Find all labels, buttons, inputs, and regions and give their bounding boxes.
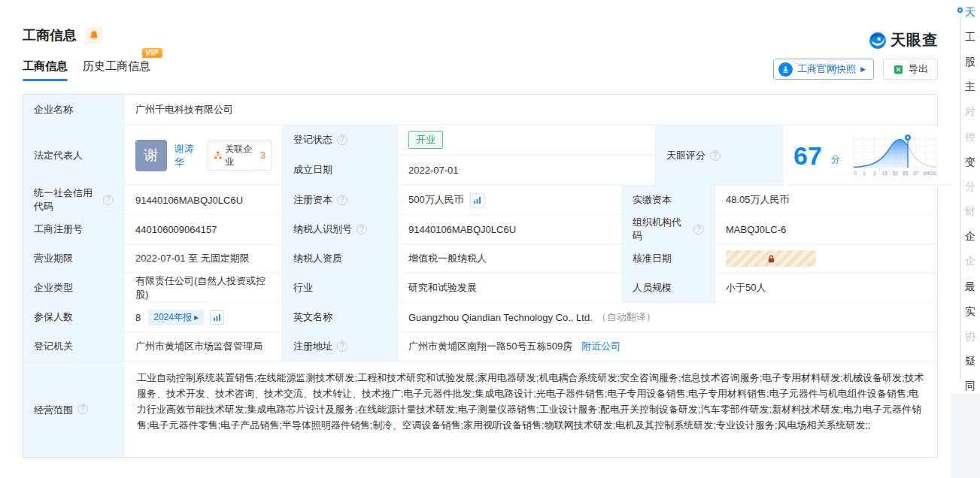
tianyancha-eye-icon <box>869 32 887 50</box>
taxpayer-no-label: 纳税人识别号 <box>283 215 398 244</box>
address-label: 注册地址 <box>283 332 398 362</box>
scope-label: 经营范围 <box>23 362 125 457</box>
nav-item[interactable]: 企 <box>951 250 980 274</box>
org-structure-icon <box>214 150 223 160</box>
reg-no-label: 工商注册号 <box>23 215 125 244</box>
business-info-panel: 工商信息 天眼查 工商信息 历史工商信息 VIP <box>23 0 938 458</box>
lock-icon <box>766 254 776 264</box>
export-button[interactable]: 导出 <box>883 59 938 80</box>
nav-item[interactable]: 变 <box>951 150 980 174</box>
table-row: 经营范围 工业自动控制系统装置销售;在线能源监测技术研发;工程和技术研究和试验发… <box>23 362 937 457</box>
staff-size-label: 人员规模 <box>622 274 715 303</box>
paid-capital-label: 实缴资本 <box>622 186 715 215</box>
nav-item[interactable]: 分 <box>951 174 980 199</box>
tab-business-info[interactable]: 工商信息 <box>23 57 68 74</box>
approval-date-cell <box>715 244 937 274</box>
arrow-right-icon: ▶ <box>860 65 866 73</box>
help-icon[interactable] <box>693 224 704 234</box>
svg-text:50: 50 <box>892 171 898 176</box>
taxpayer-quality-value: 增值税一般纳税人 <box>398 244 622 274</box>
nav-item[interactable]: 对 <box>951 100 980 125</box>
anchor-nav: 天 工 股 主 对 控 变 分 财 企 企 最 实 协 疑 同 <box>951 0 980 478</box>
table-row: 登记机关 广州市黄埔区市场监督管理局 注册地址 广州市黄埔区南翔一路50号五栋5… <box>23 332 937 362</box>
tianyancha-logo[interactable]: 天眼查 <box>869 30 938 50</box>
svg-text:1: 1 <box>863 171 866 176</box>
table-row: 参保人数 8 2024年报 ▶ 英文名称 Guangzhou Qiandian <box>23 303 937 332</box>
nav-item[interactable]: 主 <box>951 75 980 100</box>
insured-trend-button[interactable] <box>210 310 224 325</box>
capital-trend-button[interactable] <box>470 193 484 207</box>
approval-date-label: 核准日期 <box>622 244 715 274</box>
locked-value-button[interactable] <box>726 250 816 267</box>
table-row: 营业期限 2022-07-01 至 无固定期限 纳税人资质 增值税一般纳税人 核… <box>23 244 937 274</box>
nav-item[interactable]: 协 <box>951 324 980 349</box>
company-name-value: 广州千电科技有限公司 <box>125 95 937 126</box>
trend-chart-icon <box>213 313 221 322</box>
page-title: 工商信息 <box>23 26 77 44</box>
score-value: 67 <box>793 143 822 168</box>
help-icon[interactable] <box>337 341 347 352</box>
help-icon[interactable] <box>337 195 347 205</box>
credit-code-label: 统一社会信用代码 <box>23 186 125 215</box>
help-icon[interactable] <box>77 404 88 414</box>
score-unit: 分 <box>831 153 840 166</box>
annual-report-chip[interactable]: 2024年报 ▶ <box>148 310 204 325</box>
legal-rep-link[interactable]: 谢涛华 <box>174 142 202 169</box>
authority-label: 登记机关 <box>23 332 125 362</box>
svg-text:15: 15 <box>881 171 887 176</box>
nav-item[interactable]: 控 <box>951 125 980 150</box>
scope-value: 工业自动控制系统装置销售;在线能源监测技术研发;工程和技术研究和试验发展;家用电… <box>125 362 937 457</box>
nav-item[interactable]: 财 <box>951 200 980 225</box>
address-cell: 广州市黄埔区南翔一路50号五栋509房 附近公司 <box>398 332 937 362</box>
authority-value: 广州市黄埔区市场监督管理局 <box>125 332 283 362</box>
auto-translate-note: （自动翻译） <box>597 310 656 324</box>
active-dot-icon <box>957 8 963 13</box>
nav-item[interactable]: 疑 <box>951 349 980 374</box>
legal-rep-avatar[interactable]: 谢 <box>135 140 167 171</box>
table-row: 统一社会信用代码 91440106MABQJ0LC6U 注册资本 500万人民币… <box>23 186 937 215</box>
staff-size-value: 小于50人 <box>715 274 937 303</box>
org-code-value: MABQJ0LC-6 <box>715 215 937 244</box>
establish-date-label: 成立日期 <box>283 156 398 186</box>
nav-item-risk[interactable]: 天 <box>951 0 980 25</box>
monitor-bell-button[interactable] <box>86 27 102 44</box>
taxpayer-no-value: 91440106MABQJ0LC6U <box>398 215 622 244</box>
nav-item[interactable]: 企 <box>951 225 980 250</box>
industry-label: 行业 <box>283 274 398 303</box>
nav-item[interactable]: 同 <box>951 374 980 399</box>
nearby-companies-link[interactable]: 附近公司 <box>581 340 620 353</box>
reg-status-cell: 开业 <box>398 126 655 156</box>
reg-capital-label: 注册资本 <box>283 186 398 215</box>
legal-rep-label: 法定代表人 <box>23 126 125 186</box>
bell-icon <box>89 30 99 41</box>
score-cell: 67 分 <box>783 126 951 186</box>
score-distribution-chart: 0 1 3 15 50 85 97 99 100 <box>852 133 941 178</box>
trend-chart-icon <box>473 196 481 204</box>
nav-item[interactable]: 股 <box>951 50 980 74</box>
svg-text:3: 3 <box>873 171 876 176</box>
status-badge: 开业 <box>408 131 443 149</box>
company-type-value: 有限责任公司(自然人投资或控股) <box>125 274 283 303</box>
nav-item[interactable]: 工 <box>951 25 980 50</box>
term-value: 2022-07-01 至 无固定期限 <box>125 244 283 274</box>
related-companies-badge[interactable]: 关联企业 3 <box>208 141 272 171</box>
help-icon[interactable] <box>357 224 367 234</box>
svg-text:100: 100 <box>928 171 936 176</box>
nav-item[interactable]: 实 <box>951 299 980 324</box>
term-label: 营业期限 <box>23 244 125 274</box>
help-icon[interactable] <box>710 150 721 161</box>
taxpayer-quality-label: 纳税人资质 <box>283 244 398 274</box>
reg-status-label: 登记状态 <box>283 126 398 156</box>
legal-rep-cell: 谢 谢涛华 关联企业 3 <box>125 126 283 186</box>
company-name-label: 企业名称 <box>23 95 125 126</box>
help-icon[interactable] <box>337 135 347 145</box>
panel-header: 工商信息 天眼查 <box>23 26 938 45</box>
tab-history-business-info[interactable]: 历史工商信息 VIP <box>83 57 150 74</box>
brand-name: 天眼查 <box>890 30 938 50</box>
table-row: 企业类型 有限责任公司(自然人投资或控股) 行业 研究和试验发展 人员规模 小于… <box>23 274 937 303</box>
official-snapshot-button[interactable]: 工商官网快照 ▶ <box>773 59 874 80</box>
table-row: 企业名称 广州千电科技有限公司 <box>23 95 937 126</box>
svg-text:97: 97 <box>913 171 919 176</box>
help-icon[interactable] <box>103 195 114 205</box>
nav-item[interactable]: 最 <box>951 274 980 299</box>
